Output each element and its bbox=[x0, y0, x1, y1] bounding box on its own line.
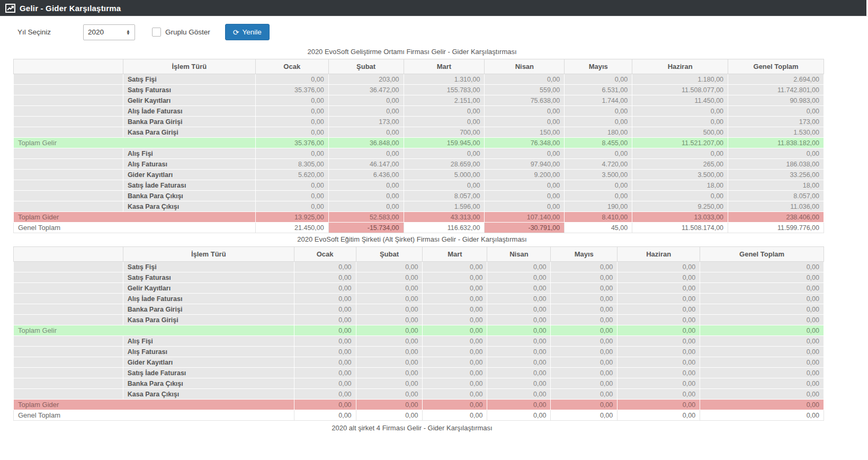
title-bar: Gelir - Gider Karşılaştırma bbox=[0, 0, 866, 16]
row-label: Banka Para Girişi bbox=[123, 117, 255, 127]
column-header: Genel Toplam bbox=[700, 247, 824, 262]
table-row: Kasa Para Girişi0,000,00700,00150,00180,… bbox=[14, 127, 824, 138]
table-cell: 97.940,00 bbox=[485, 159, 565, 170]
year-select[interactable]: 2020 ▲▼ bbox=[83, 24, 135, 40]
table-row: Alış Fişi0,000,000,000,000,000,000,00 bbox=[14, 148, 824, 159]
table-row: Alış Faturası8.305,0046.147,0028.659,009… bbox=[14, 159, 824, 170]
table-cell: 3.500,00 bbox=[632, 170, 728, 180]
empty-cell bbox=[14, 315, 123, 325]
table-cell: 0,00 bbox=[356, 336, 423, 347]
empty-cell bbox=[14, 357, 123, 368]
column-header: Mayıs bbox=[565, 59, 632, 74]
table-cell: 0,00 bbox=[423, 410, 487, 421]
empty-cell bbox=[14, 74, 123, 85]
year-select-value: 2020 bbox=[88, 28, 104, 36]
table-cell: 3.500,00 bbox=[565, 170, 632, 180]
table-cell: 0,00 bbox=[618, 400, 700, 410]
table-cell: 0,00 bbox=[328, 95, 404, 106]
table-cell: 0,00 bbox=[551, 336, 618, 347]
table-cell: 0,00 bbox=[423, 304, 487, 315]
table-cell: 0,00 bbox=[485, 106, 565, 117]
empty-cell bbox=[14, 106, 123, 117]
table-cell: 0,00 bbox=[700, 315, 824, 325]
total-row-label: Genel Toplam bbox=[14, 223, 256, 233]
table-row: Satış İade Faturası0,000,000,000,000,001… bbox=[14, 180, 824, 191]
row-label: Satış Faturası bbox=[123, 85, 255, 95]
table-cell: 0,00 bbox=[551, 389, 618, 400]
table-cell: 0,00 bbox=[700, 325, 824, 336]
table-cell: 18,00 bbox=[632, 180, 728, 191]
table-cell: 0,00 bbox=[487, 315, 551, 325]
table-cell: 238.406,00 bbox=[728, 212, 824, 223]
table-cell: 0,00 bbox=[551, 410, 618, 421]
table-cell: 8.057,00 bbox=[404, 191, 485, 201]
refresh-button[interactable]: ⟳ Yenile bbox=[225, 24, 270, 40]
table-cell: -15.734,00 bbox=[328, 223, 404, 233]
table-cell: 0,00 bbox=[618, 336, 700, 347]
table-cell: 0,00 bbox=[423, 368, 487, 378]
row-label: Kasa Para Çıkışı bbox=[123, 389, 294, 400]
table-cell: 0,00 bbox=[328, 148, 404, 159]
table-cell: 1.310,00 bbox=[404, 74, 485, 85]
table-cell: 180,00 bbox=[565, 127, 632, 138]
table-cell: 0,00 bbox=[487, 294, 551, 304]
row-label: Gelir Kayıtları bbox=[123, 95, 255, 106]
table-cell: 0,00 bbox=[551, 378, 618, 389]
table-cell: 46.147,00 bbox=[328, 159, 404, 170]
table-cell: 0,00 bbox=[255, 180, 328, 191]
table-cell: 0,00 bbox=[618, 347, 700, 357]
column-header: Şubat bbox=[328, 59, 404, 74]
table-cell: 0,00 bbox=[700, 357, 824, 368]
table-cell: 8.057,00 bbox=[728, 191, 824, 201]
empty-cell bbox=[14, 85, 123, 95]
table-cell: 0,00 bbox=[294, 325, 356, 336]
group-checkbox[interactable] bbox=[152, 28, 161, 37]
table-cell: 0,00 bbox=[294, 304, 356, 315]
table-cell: 559,00 bbox=[485, 85, 565, 95]
row-label: Kasa Para Girişi bbox=[123, 315, 294, 325]
table-cell: 0,00 bbox=[485, 201, 565, 212]
table-cell: 0,00 bbox=[728, 148, 824, 159]
table-cell: 0,00 bbox=[487, 336, 551, 347]
empty-cell bbox=[14, 262, 123, 272]
table-cell: 1.744,00 bbox=[565, 95, 632, 106]
row-label: Satış İade Faturası bbox=[123, 368, 294, 378]
table1-wrap: İşlem TürüOcakŞubatMartNisanMayısHaziran… bbox=[13, 59, 824, 233]
table-cell: 0,00 bbox=[423, 336, 487, 347]
table-cell: 0,00 bbox=[294, 410, 356, 421]
table-cell: 0,00 bbox=[328, 191, 404, 201]
table-cell: 1.180,00 bbox=[632, 74, 728, 85]
table-cell: 0,00 bbox=[700, 410, 824, 421]
table-cell: 0,00 bbox=[255, 127, 328, 138]
table-cell: 1.530,00 bbox=[728, 127, 824, 138]
empty-cell bbox=[14, 95, 123, 106]
table-cell: 0,00 bbox=[700, 294, 824, 304]
table-cell: 107.140,00 bbox=[485, 212, 565, 223]
empty-cell bbox=[14, 117, 123, 127]
row-label: Banka Para Girişi bbox=[123, 304, 294, 315]
empty-cell bbox=[14, 389, 123, 400]
table-cell: 0,00 bbox=[551, 272, 618, 283]
column-header: Nisan bbox=[487, 247, 551, 262]
table-cell: 265,00 bbox=[632, 159, 728, 170]
table-row: Satış Faturası35.376,0036.472,00155.783,… bbox=[14, 85, 824, 95]
table-cell: 0,00 bbox=[565, 106, 632, 117]
table-cell: 0,00 bbox=[618, 294, 700, 304]
table-cell: 0,00 bbox=[487, 400, 551, 410]
row-label: Alış İade Faturası bbox=[123, 106, 255, 117]
table-cell: 0,00 bbox=[356, 378, 423, 389]
table-cell: 35.376,00 bbox=[255, 138, 328, 148]
table-cell: 0,00 bbox=[618, 283, 700, 294]
table-cell: 0,00 bbox=[356, 283, 423, 294]
table-cell: 0,00 bbox=[565, 117, 632, 127]
column-header: Haziran bbox=[632, 59, 728, 74]
table-cell: 0,00 bbox=[632, 117, 728, 127]
table-cell: 33.256,00 bbox=[728, 170, 824, 180]
table-cell: 0,00 bbox=[487, 262, 551, 272]
table-cell: 0,00 bbox=[255, 148, 328, 159]
table-cell: 0,00 bbox=[487, 325, 551, 336]
row-label: Alış Fişi bbox=[123, 336, 294, 347]
table-cell: 11.838.182,00 bbox=[728, 138, 824, 148]
empty-cell bbox=[14, 191, 123, 201]
table-cell: 0,00 bbox=[618, 357, 700, 368]
